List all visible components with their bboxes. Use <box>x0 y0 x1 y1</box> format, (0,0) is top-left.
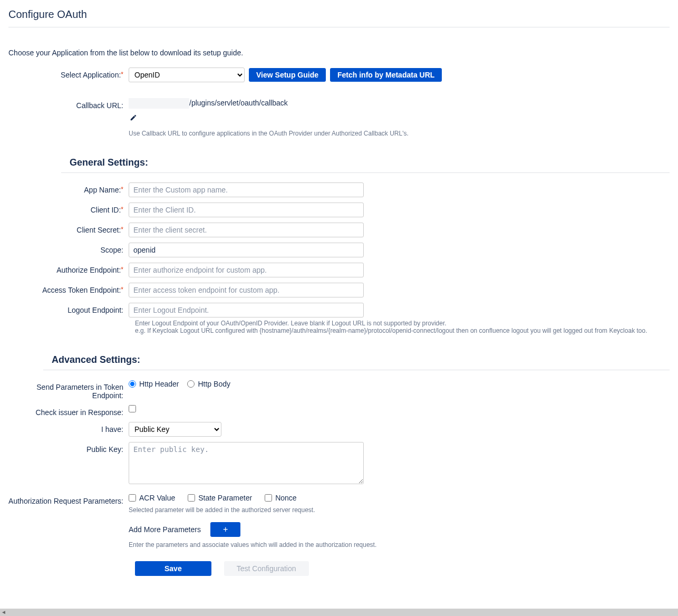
fetch-metadata-button[interactable]: Fetch info by Metadata URL <box>330 68 442 82</box>
add-parameter-button[interactable]: + <box>210 522 240 537</box>
add-more-help: Enter the parameters and associate value… <box>129 541 376 548</box>
send-params-label: Send Parameters in Token Endpoint: <box>8 380 129 400</box>
auth-params-help: Selected parameter will be added in the … <box>129 506 315 514</box>
state-parameter-checkbox[interactable] <box>188 494 195 502</box>
logout-help-2: e.g. If Keycloak Logout URL configured w… <box>135 327 670 334</box>
public-key-label: Public Key: <box>8 442 129 454</box>
http-header-radio[interactable] <box>129 380 136 388</box>
auth-params-label: Authorization Request Parameters: <box>8 494 129 505</box>
app-name-label: App Name:* <box>8 182 129 194</box>
logout-help-1: Enter Logout Endpoint of your OAuth/Open… <box>135 320 670 327</box>
nonce-label: Nonce <box>275 494 296 502</box>
save-button[interactable]: Save <box>135 561 211 576</box>
client-id-label: Client ID:* <box>8 203 129 214</box>
client-secret-label: Client Secret:* <box>8 223 129 234</box>
client-secret-input[interactable] <box>129 223 364 237</box>
http-header-label: Http Header <box>139 380 179 388</box>
callback-url-prefix <box>129 98 189 109</box>
public-key-textarea[interactable] <box>129 442 364 484</box>
logout-endpoint-label: Logout Endpoint: <box>8 303 129 314</box>
http-body-label: Http Body <box>198 380 230 388</box>
http-body-radio[interactable] <box>187 380 195 388</box>
nonce-checkbox[interactable] <box>265 494 272 502</box>
app-name-input[interactable] <box>129 182 364 197</box>
add-more-params-label: Add More Parameters <box>129 525 201 534</box>
client-id-input[interactable] <box>129 203 364 217</box>
i-have-label: I have: <box>8 422 129 434</box>
i-have-select[interactable]: Public Key <box>129 422 221 437</box>
acr-value-checkbox[interactable] <box>129 494 136 502</box>
advanced-settings-header: Advanced Settings: <box>43 350 670 370</box>
edit-icon[interactable] <box>130 114 137 121</box>
callback-url-suffix: /plugins/servlet/oauth/callback <box>189 99 288 107</box>
scope-label: Scope: <box>8 243 129 254</box>
scope-input[interactable] <box>129 243 364 257</box>
general-settings-header: General Settings: <box>61 153 670 173</box>
select-application-dropdown[interactable]: OpenID <box>129 68 245 82</box>
check-issuer-checkbox[interactable] <box>129 405 136 412</box>
intro-text: Choose your Application from the list be… <box>8 49 670 57</box>
authorize-endpoint-label: Authorize Endpoint:* <box>8 263 129 274</box>
check-issuer-label: Check issuer in Response: <box>8 405 129 417</box>
state-parameter-label: State Parameter <box>198 494 252 502</box>
logout-endpoint-input[interactable] <box>129 303 364 317</box>
callback-url-label: Callback URL: <box>8 98 129 110</box>
access-token-endpoint-label: Access Token Endpoint:* <box>8 283 129 294</box>
access-token-endpoint-input[interactable] <box>129 283 364 297</box>
test-configuration-button[interactable]: Test Configuration <box>224 561 309 576</box>
view-setup-guide-button[interactable]: View Setup Guide <box>249 68 326 82</box>
callback-help-text: Use Callback URL to configure applicatio… <box>129 130 409 137</box>
select-application-label: Select Application:* <box>8 68 129 79</box>
authorize-endpoint-input[interactable] <box>129 263 364 277</box>
acr-value-label: ACR Value <box>139 494 175 502</box>
page-title: Configure OAuth <box>8 8 670 27</box>
